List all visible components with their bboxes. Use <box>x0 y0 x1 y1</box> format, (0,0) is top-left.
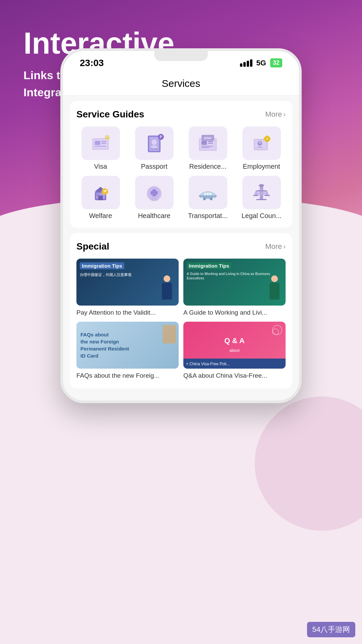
battery-indicator: 32 <box>270 58 282 67</box>
special-thumb-4: Q & A about + China Visa-Free Poli... <box>183 322 286 369</box>
special-caption-1: Pay Attention to the Validit... <box>76 308 179 317</box>
special-item-3[interactable]: FAQs aboutthe new ForeignPermanent Resid… <box>76 322 179 380</box>
healthcare-icon <box>142 181 166 204</box>
signal-icon <box>240 59 252 67</box>
phone-mockup: 23:03 5G 32 Services <box>60 48 302 403</box>
svg-rect-48 <box>209 193 212 196</box>
special-caption-4: Q&A about China Visa-Free... <box>183 371 286 380</box>
residence-icon-wrap: STAY <box>189 126 227 160</box>
special-caption-3: FAQs about the new Foreig... <box>76 371 179 380</box>
service-item-transport[interactable]: Transportat... <box>184 176 232 220</box>
service-item-welfare[interactable]: Welfare <box>76 176 125 220</box>
service-item-passport[interactable]: P Passport <box>130 126 178 170</box>
special-thumb-2: Immigration Tips A Guide to Working and … <box>183 259 286 306</box>
service-item-visa[interactable]: Visa <box>76 126 125 170</box>
special-header: Special More › <box>76 241 286 252</box>
content-area <box>0 430 362 457</box>
service-guides-title: Service Guides <box>76 109 144 120</box>
screen-title: Services <box>63 72 299 96</box>
special-item-1[interactable]: Immigration Tips 办理中国签证，外国人注意事项 <box>76 259 179 317</box>
special-item-4[interactable]: Q & A about + China Visa-Free Poli... <box>183 322 286 380</box>
welfare-icon-wrap <box>81 176 120 209</box>
phone-time: 23:03 <box>80 58 104 68</box>
passport-label: Passport <box>141 163 168 170</box>
special-card: Special More › Immigration Tips <box>70 233 292 388</box>
svg-point-49 <box>203 198 206 200</box>
svg-point-44 <box>150 198 158 201</box>
svg-point-9 <box>152 140 157 145</box>
svg-text:STAY: STAY <box>204 137 212 140</box>
svg-point-10 <box>151 145 158 149</box>
employment-icon-wrap <box>242 126 281 160</box>
service-guides-more[interactable]: More › <box>265 110 286 119</box>
residence-label: Residence... <box>189 163 226 170</box>
transport-icon <box>196 181 220 204</box>
visa-icon <box>89 131 112 155</box>
passport-icon-wrap: P <box>135 126 174 160</box>
healthcare-icon-wrap <box>135 176 174 209</box>
special-thumb-1: Immigration Tips 办理中国签证，外国人注意事项 <box>76 259 179 306</box>
service-guides-card: Service Guides More › <box>70 101 292 228</box>
service-item-residence[interactable]: STAY Residence... <box>184 126 232 170</box>
residence-icon: STAY <box>196 131 220 155</box>
svg-text:P: P <box>160 135 162 139</box>
svg-point-50 <box>210 198 213 200</box>
svg-point-53 <box>259 184 264 187</box>
svg-rect-18 <box>201 141 207 145</box>
svg-rect-43 <box>152 192 157 195</box>
chevron-right-icon-2: › <box>283 243 286 250</box>
phone-notch <box>154 51 208 61</box>
employment-label: Employment <box>243 163 280 170</box>
svg-point-26 <box>258 141 261 144</box>
transport-label: Transportat... <box>188 212 228 220</box>
visa-icon-wrap <box>81 126 120 160</box>
legal-icon-wrap <box>242 176 281 209</box>
legal-icon <box>250 181 273 204</box>
service-guides-header: Service Guides More › <box>76 109 286 120</box>
service-item-healthcare[interactable]: Healthcare <box>130 176 178 220</box>
watermark: 54八手游网 <box>307 622 355 637</box>
svg-rect-35 <box>98 196 103 200</box>
special-caption-2: A Guide to Working and Livi... <box>183 308 286 317</box>
special-thumb-3: FAQs aboutthe new ForeignPermanent Resid… <box>76 322 179 369</box>
welfare-label: Welfare <box>89 212 112 220</box>
svg-rect-2 <box>95 141 100 145</box>
special-more[interactable]: More › <box>265 242 286 251</box>
healthcare-label: Healthcare <box>138 212 171 220</box>
svg-rect-37 <box>97 194 100 196</box>
hero-section: Interactive Links to public service port… <box>0 0 362 262</box>
phone-mockup-wrapper: 23:03 5G 32 Services <box>60 48 302 403</box>
service-item-employment[interactable]: Employment <box>237 126 286 170</box>
visa-label: Visa <box>94 163 107 170</box>
svg-rect-46 <box>204 193 206 196</box>
transport-icon-wrap <box>189 176 227 209</box>
special-thumb-label-1: Immigration Tips 办理中国签证，外国人注意事项 <box>80 262 175 277</box>
special-title: Special <box>76 241 109 252</box>
passport-icon: P <box>142 131 166 155</box>
legal-label: Legal Coun... <box>242 212 282 220</box>
chevron-right-icon: › <box>283 110 286 118</box>
network-label: 5G <box>256 59 266 67</box>
blob-decoration <box>255 396 362 531</box>
svg-rect-47 <box>207 193 209 196</box>
service-item-legal[interactable]: Legal Coun... <box>237 176 286 220</box>
special-grid: Immigration Tips 办理中国签证，外国人注意事项 <box>76 259 286 380</box>
phone-status: 5G 32 <box>240 58 282 67</box>
svg-rect-51 <box>199 196 217 197</box>
service-grid: Visa <box>76 126 286 220</box>
employment-icon <box>250 131 273 155</box>
phone-screen: Services Service Guides More › <box>63 72 299 400</box>
special-item-2[interactable]: Immigration Tips A Guide to Working and … <box>183 259 286 317</box>
welfare-icon <box>89 181 112 204</box>
